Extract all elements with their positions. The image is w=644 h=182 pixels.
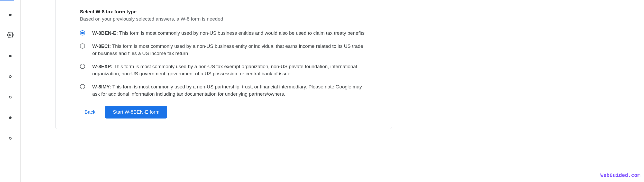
radio-option-w8exp[interactable]: W-8EXP: This form is most commonly used …: [80, 63, 367, 78]
form-name: W-8IMY:: [92, 84, 111, 89]
start-form-button[interactable]: Start W-8BEN-E form: [105, 106, 167, 119]
form-description: This form is most commonly used by non-U…: [118, 30, 365, 36]
radio-label: W-8EXP: This form is most commonly used …: [92, 63, 367, 78]
radio-button[interactable]: [80, 64, 85, 69]
form-description: This form is most commonly used by a non…: [92, 84, 362, 97]
sidebar-item-settings[interactable]: [7, 32, 13, 39]
radio-unselected-icon: [80, 64, 85, 69]
watermark: WebGuided.com: [600, 172, 640, 178]
form-name: W-8EXP:: [92, 64, 113, 69]
dot-outline-icon: [9, 96, 12, 98]
radio-option-w8imy[interactable]: W-8IMY: This form is most commonly used …: [80, 83, 367, 98]
form-name: W-8ECI:: [92, 43, 111, 49]
radio-label: W-8BEN-E: This form is most commonly use…: [92, 30, 367, 37]
tax-form-card: Select W-8 tax form type Based on your p…: [55, 0, 392, 129]
dot-filled-icon: [9, 14, 12, 16]
dot-outline-icon: [9, 75, 12, 78]
radio-option-w8ben-e[interactable]: W-8BEN-E: This form is most commonly use…: [80, 30, 367, 37]
radio-selected-icon: [80, 30, 85, 35]
sidebar-item-5[interactable]: [7, 94, 13, 100]
dot-filled-icon: [9, 116, 12, 119]
back-button[interactable]: Back: [85, 109, 95, 115]
sidebar-nav: [0, 0, 21, 182]
top-accent-bar: [0, 0, 14, 1]
sidebar-item-1[interactable]: [7, 12, 13, 18]
radio-button[interactable]: [80, 30, 85, 35]
form-name: W-8BEN-E:: [92, 30, 118, 36]
sidebar-item-7[interactable]: [7, 135, 13, 141]
dot-filled-icon: [9, 55, 12, 57]
svg-point-0: [9, 34, 11, 36]
section-title: Select W-8 tax form type: [80, 9, 367, 15]
dot-outline-icon: [9, 137, 12, 140]
sidebar-item-6[interactable]: [7, 115, 13, 121]
section-subtitle: Based on your previously selected answer…: [80, 16, 367, 22]
radio-label: W-8ECI: This form is most commonly used …: [92, 43, 367, 57]
radio-button[interactable]: [80, 43, 85, 49]
radio-option-w8eci[interactable]: W-8ECI: This form is most commonly used …: [80, 43, 367, 57]
radio-button[interactable]: [80, 84, 85, 89]
button-row: Back Start W-8BEN-E form: [85, 106, 367, 119]
radio-unselected-icon: [80, 84, 85, 89]
gear-icon: [7, 32, 14, 39]
form-description: This form is most commonly used by a non…: [92, 64, 357, 77]
form-description: This form is most commonly used by a non…: [92, 43, 363, 56]
sidebar-item-3[interactable]: [7, 53, 13, 59]
radio-unselected-icon: [80, 43, 85, 49]
radio-label: W-8IMY: This form is most commonly used …: [92, 83, 367, 98]
sidebar-item-4[interactable]: [7, 74, 13, 80]
main-content: Select W-8 tax form type Based on your p…: [21, 0, 644, 182]
